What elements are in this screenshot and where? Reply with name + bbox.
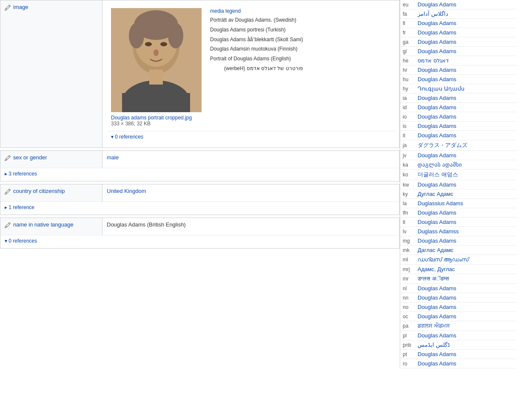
lang-name-mk[interactable]: Даглас Адамс: [418, 247, 453, 253]
property-label-text-citizenship: country of citizenship: [13, 188, 65, 194]
lang-name-hy[interactable]: Դուգլաս Ադամս: [418, 85, 464, 92]
svg-point-8: [154, 49, 159, 56]
lang-name-he[interactable]: דאגלס אדמס: [418, 57, 449, 64]
lang-code-is: is: [403, 123, 418, 129]
sex-references-toggle[interactable]: ▸ 3 references: [5, 169, 37, 178]
lang-code-lfn: lfn: [403, 210, 418, 216]
svg-point-4: [129, 23, 144, 48]
lang-code-pl: pl: [403, 333, 418, 339]
lang-name-ml[interactable]: ഡഗ്ലസ് ആഡംസ്: [418, 256, 469, 263]
lang-name-pnb[interactable]: ڈگلس ایڈمس: [418, 342, 450, 348]
lang-name-ja[interactable]: ダグラス・アダムズ: [418, 141, 467, 149]
lang-name-no[interactable]: Douglas Adams: [418, 304, 456, 310]
lang-name-lt[interactable]: Douglas Adams: [418, 219, 456, 225]
edit-icon-image[interactable]: [5, 5, 11, 11]
lang-name-mg[interactable]: Douglas Adams: [418, 238, 456, 244]
lang-name-hr[interactable]: Douglas Adams: [418, 67, 456, 73]
lang-name-fi[interactable]: Douglas Adams: [418, 20, 456, 26]
lang-name-id[interactable]: Douglas Adams: [418, 104, 456, 110]
lang-name-ka[interactable]: დაგლას ადამსი: [418, 161, 462, 168]
lang-code-ja: ja: [403, 142, 418, 148]
property-image: image: [0, 0, 400, 148]
lang-code-pt: pt: [403, 351, 418, 357]
native-name-value: Douglas Adams (British English): [107, 221, 186, 228]
sidebar-row-no: noDouglas Adams: [400, 303, 517, 312]
lang-name-eu[interactable]: Douglas Adams: [418, 1, 456, 8]
desc-finnish: Douglas Adamsin muotokuva (Finnish): [210, 45, 303, 53]
property-label-native-name: name in native language: [0, 218, 102, 235]
citizenship-value[interactable]: United Kingdom: [107, 188, 146, 194]
sidebar-row-mk: mkДаглас Адамс: [400, 246, 517, 255]
sidebar-row-pa: paਡਗਲਸ ਐਡਮਸ: [400, 321, 517, 331]
lang-name-gl[interactable]: Douglas Adams: [418, 48, 456, 54]
sidebar-row-ml: mlഡഗ്ലസ് ആഡംസ്: [400, 255, 517, 265]
property-label-citizenship: country of citizenship: [0, 184, 102, 201]
sidebar-row-fi: fiDouglas Adams: [400, 19, 517, 28]
lang-name-ky[interactable]: Дуглас Адамс: [418, 191, 453, 197]
lang-name-pt[interactable]: Douglas Adams: [418, 351, 456, 357]
lang-name-mr[interactable]: डग्लस अॅडम्स: [418, 275, 449, 282]
sidebar-row-mr: mrडग्लस अॅडम्स: [400, 274, 517, 284]
image-size: 333 × 386; 32 KB: [111, 121, 202, 127]
desc-swedish: Porträtt av Douglas Adams. (Swedish): [210, 17, 303, 24]
main-content: image: [0, 0, 400, 368]
lang-name-oc[interactable]: Douglas Adams: [418, 313, 456, 320]
media-legend-link[interactable]: media legend: [210, 8, 241, 14]
property-citizenship: country of citizenship United Kingdom ▸ …: [0, 184, 400, 215]
sidebar-row-id: idDouglas Adams: [400, 103, 517, 112]
lang-name-ko[interactable]: 더글러스 애덤스: [418, 171, 458, 178]
lang-name-lv[interactable]: Duglass Adamss: [418, 228, 459, 235]
lang-code-io: io: [403, 114, 418, 120]
sidebar-row-ia: iaDouglas Adams: [400, 93, 517, 103]
lang-name-is[interactable]: Douglas Adams: [418, 123, 456, 129]
sidebar-row-pnb: pnbڈگلس ایڈمس: [400, 340, 517, 350]
lang-name-nn[interactable]: Douglas Adams: [418, 294, 456, 301]
svg-point-5: [168, 23, 183, 48]
edit-icon-citizenship[interactable]: [5, 189, 11, 195]
lang-code-ro: ro: [403, 361, 418, 367]
lang-name-io[interactable]: Douglas Adams: [418, 113, 456, 120]
lang-name-mrj[interactable]: Адамс, Дуглас: [418, 266, 455, 272]
property-sex-gender: sex or gender male ▸ 3 references: [0, 150, 400, 181]
sidebar-row-hy: hyԴուգլաս Ադամս: [400, 84, 517, 93]
lang-name-hu[interactable]: Douglas Adams: [418, 76, 456, 82]
lang-name-fr[interactable]: Douglas Adams: [418, 29, 456, 36]
portrait-image: [111, 8, 202, 112]
property-value-citizenship: United Kingdom: [102, 184, 399, 201]
image-filename-link[interactable]: Douglas adams portrait cropped.jpg: [111, 115, 192, 121]
sidebar-row-ka: kaდაგლას ადამსი: [400, 160, 517, 170]
lang-name-la[interactable]: Duglassius Adams: [418, 200, 463, 207]
native-name-references-toggle[interactable]: ▾ 0 references: [5, 236, 37, 246]
lang-name-kw[interactable]: Douglas Adams: [418, 181, 456, 188]
lang-name-fa[interactable]: داگلاس آدامز: [418, 11, 448, 17]
edit-icon-native-name[interactable]: [5, 222, 11, 228]
sidebar-row-jv: jvDouglas Adams: [400, 151, 517, 160]
lang-code-lv: lv: [403, 229, 418, 235]
lang-name-lfn[interactable]: Douglas Adams: [418, 209, 456, 216]
lang-name-nl[interactable]: Douglas Adams: [418, 285, 456, 291]
lang-name-ga[interactable]: Douglas Adams: [418, 39, 456, 45]
citizenship-references-toggle[interactable]: ▸ 1 reference: [5, 203, 34, 212]
lang-code-nn: nn: [403, 295, 418, 301]
lang-name-pl[interactable]: Douglas Adams: [418, 332, 456, 339]
portrait-svg: [111, 8, 202, 112]
lang-name-it[interactable]: Douglas Adams: [418, 132, 456, 139]
sidebar-row-lv: lvDuglass Adamss: [400, 227, 517, 236]
sidebar-row-hu: huDouglas Adams: [400, 75, 517, 84]
lang-name-pa[interactable]: ਡਗਲਸ ਐਡਮਸ: [418, 323, 450, 329]
image-references-toggle[interactable]: ▾ 0 references: [111, 132, 143, 141]
desc-turkish: Douglas Adams portresi (Turkish): [210, 26, 303, 34]
lang-name-ia[interactable]: Douglas Adams: [418, 95, 456, 101]
edit-icon-sex[interactable]: [5, 155, 11, 161]
lang-code-hu: hu: [403, 76, 418, 82]
sidebar-row-lt: ltDouglas Adams: [400, 218, 517, 227]
lang-code-pnb: pnb: [403, 342, 418, 348]
lang-name-jv[interactable]: Douglas Adams: [418, 152, 456, 158]
image-container: Douglas adams portrait cropped.jpg 333 ×…: [111, 8, 202, 127]
lang-name-ro[interactable]: Douglas Adams: [418, 360, 456, 367]
lang-code-lt: lt: [403, 219, 418, 225]
lang-code-ia: ia: [403, 95, 418, 101]
svg-rect-11: [149, 70, 163, 85]
lang-code-kw: kw: [403, 182, 418, 188]
sex-gender-value[interactable]: male: [107, 154, 119, 161]
